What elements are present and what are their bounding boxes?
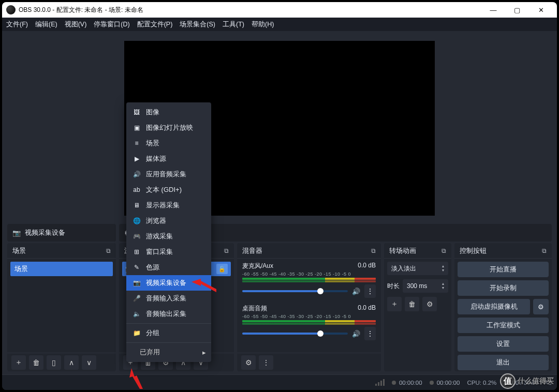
add-transition-button[interactable]: ＋ — [387, 297, 402, 311]
transition-select[interactable]: 淡入淡出 ▴▾ — [387, 262, 448, 275]
channel-db: 0.0 dB — [358, 262, 376, 270]
exit-button[interactable]: 退出 — [458, 355, 549, 370]
ctx-icon: ▶ — [133, 155, 141, 162]
meter-bar — [242, 280, 376, 282]
speaker-icon[interactable]: 🔊 — [352, 288, 360, 295]
menubar: 文件(F) 编辑(E) 视图(V) 停靠窗口(D) 配置文件(P) 场景集合(S… — [2, 18, 557, 31]
scene-filter-button[interactable]: ▯ — [47, 355, 61, 370]
ctx-label: 游戏采集 — [146, 232, 173, 241]
ctx-item-显示器采集[interactable]: 🖥显示器采集 — [126, 198, 211, 213]
watermark: 值 什么值得买 — [500, 373, 554, 389]
menu-file[interactable]: 文件(F) — [6, 20, 28, 29]
ctx-item-deprecated[interactable]: 已弃用▸ — [126, 344, 211, 360]
menu-tools[interactable]: 工具(T) — [223, 20, 244, 29]
mixer-gear-button[interactable]: ⚙ — [241, 355, 256, 370]
ctx-item-图像幻灯片放映[interactable]: ▣图像幻灯片放映 — [126, 120, 211, 135]
maximize-button[interactable]: ▢ — [505, 2, 529, 18]
ctx-item-浏览器[interactable]: 🌐浏览器 — [126, 213, 211, 229]
cpu-status: CPU: 0.2% — [467, 380, 496, 386]
mixer-channel-desktop: 桌面音频0.0 dB -60 -55 -50 -45 -40 -35 -30 -… — [240, 304, 378, 340]
popout-icon[interactable]: ⧉ — [371, 247, 376, 254]
lock-toggle[interactable]: 🔓 — [216, 264, 228, 274]
ctx-label: 媒体源 — [146, 154, 166, 163]
mixer-channel-mic: 麦克风/Aux0.0 dB -60 -55 -50 -45 -40 -35 -3… — [240, 262, 378, 298]
meter-bar — [242, 320, 376, 322]
start-record-button[interactable]: 开始录制 — [458, 280, 549, 296]
vcam-settings-button[interactable]: ⚙ — [533, 299, 549, 314]
ctx-label: 显示器采集 — [146, 201, 180, 210]
scene-item[interactable]: 场景 — [10, 262, 113, 276]
ctx-label: 音频输出采集 — [146, 309, 186, 319]
ctx-label: 场景 — [146, 139, 159, 148]
ctx-icon: ≡ — [133, 140, 141, 147]
ctx-icon: 🖥 — [133, 202, 141, 209]
preview-area[interactable] — [2, 31, 557, 222]
remove-scene-button[interactable]: 🗑 — [29, 355, 43, 370]
ctx-icon: 🎤 — [133, 295, 141, 302]
ctx-icon: ▣ — [133, 124, 141, 131]
close-button[interactable]: ✕ — [529, 2, 553, 18]
ctx-icon: 🔈 — [133, 310, 141, 318]
ctx-icon: 🎮 — [133, 233, 141, 240]
ctx-item-场景[interactable]: ≡场景 — [126, 135, 211, 151]
minimize-button[interactable]: — — [481, 2, 505, 18]
ctx-item-应用音频采集[interactable]: 🔊应用音频采集 — [126, 167, 211, 182]
ctx-item-游戏采集[interactable]: 🎮游戏采集 — [126, 229, 211, 244]
transition-props-button[interactable]: ⚙ — [422, 297, 437, 311]
scene-down-button[interactable]: ∨ — [82, 355, 96, 370]
channel-menu-button[interactable]: ⋮ — [364, 284, 376, 298]
speaker-icon[interactable]: 🔊 — [352, 330, 360, 338]
ctx-icon: 🖼 — [133, 109, 141, 116]
volume-slider[interactable] — [242, 290, 348, 292]
remove-transition-button[interactable]: 🗑 — [405, 297, 419, 311]
svg-marker-1 — [129, 368, 143, 389]
ctx-label: 音频输入采集 — [146, 294, 186, 303]
duration-label: 时长 — [387, 282, 400, 291]
channel-menu-button[interactable]: ⋮ — [364, 327, 376, 340]
menu-view[interactable]: 视图(V) — [65, 20, 87, 29]
ctx-item-音频输出采集[interactable]: 🔈音频输出采集 — [126, 306, 211, 322]
ctx-item-图像[interactable]: 🖼图像 — [126, 104, 211, 120]
mixer-header[interactable]: 混音器⧉ — [237, 243, 381, 259]
add-scene-button[interactable]: ＋ — [11, 355, 26, 370]
recording-status: 00:00:00 — [392, 380, 422, 386]
meter-scale: -60 -55 -50 -45 -40 -35 -30 -25 -20 -15 … — [240, 272, 378, 277]
channel-name: 麦克风/Aux — [242, 262, 273, 270]
popout-icon[interactable]: ⧉ — [224, 247, 229, 254]
ctx-item-色源[interactable]: ✎色源 — [126, 260, 211, 275]
studio-mode-button[interactable]: 工作室模式 — [458, 318, 549, 333]
ctx-item-文本 (GDI+)[interactable]: ab文本 (GDI+) — [126, 182, 211, 198]
meter-scale: -60 -55 -50 -45 -40 -35 -30 -25 -20 -15 … — [240, 314, 378, 319]
meter-bar — [242, 323, 376, 325]
ctx-icon: ab — [133, 186, 141, 193]
ctx-label: 窗口采集 — [146, 247, 173, 257]
camera-icon: 📷 — [12, 229, 21, 237]
mixer-menu-button[interactable]: ⋮ — [259, 355, 273, 370]
ctx-item-group[interactable]: 📁分组 — [126, 325, 211, 341]
start-stream-button[interactable]: 开始直播 — [458, 262, 549, 277]
add-source-context-menu: 🖼图像▣图像幻灯片放映≡场景▶媒体源🔊应用音频采集ab文本 (GDI+)🖥显示器… — [126, 102, 211, 362]
popout-icon[interactable]: ⧉ — [542, 247, 547, 254]
menu-edit[interactable]: 编辑(E) — [35, 20, 57, 29]
scenes-toolbar: ＋ 🗑 ▯ ∧ ∨ — [7, 353, 116, 371]
controls-header[interactable]: 控制按钮⧉ — [454, 243, 552, 259]
ctx-item-窗口采集[interactable]: ⊞窗口采集 — [126, 244, 211, 260]
transitions-header[interactable]: 转场动画⧉ — [384, 243, 451, 259]
menu-scene-collection[interactable]: 场景集合(S) — [180, 20, 215, 29]
volume-slider[interactable] — [242, 333, 348, 335]
scene-up-button[interactable]: ∧ — [64, 355, 79, 370]
ctx-icon: 🌐 — [133, 217, 141, 224]
start-vcam-button[interactable]: 启动虚拟摄像机 — [458, 299, 530, 314]
annotation-arrow — [192, 277, 217, 297]
menu-help[interactable]: 帮助(H) — [252, 20, 274, 29]
menu-docks[interactable]: 停靠窗口(D) — [94, 20, 129, 29]
menu-profile[interactable]: 配置文件(P) — [137, 20, 173, 29]
settings-button[interactable]: 设置 — [458, 336, 549, 352]
popout-icon[interactable]: ⧉ — [442, 247, 446, 254]
scenes-header[interactable]: 场景⧉ — [7, 243, 116, 259]
ctx-label: 文本 (GDI+) — [146, 185, 182, 194]
ctx-icon: 📷 — [133, 279, 141, 287]
ctx-item-媒体源[interactable]: ▶媒体源 — [126, 151, 211, 167]
duration-input[interactable]: 300 ms ▴▾ — [403, 279, 448, 293]
popout-icon[interactable]: ⧉ — [106, 247, 111, 254]
